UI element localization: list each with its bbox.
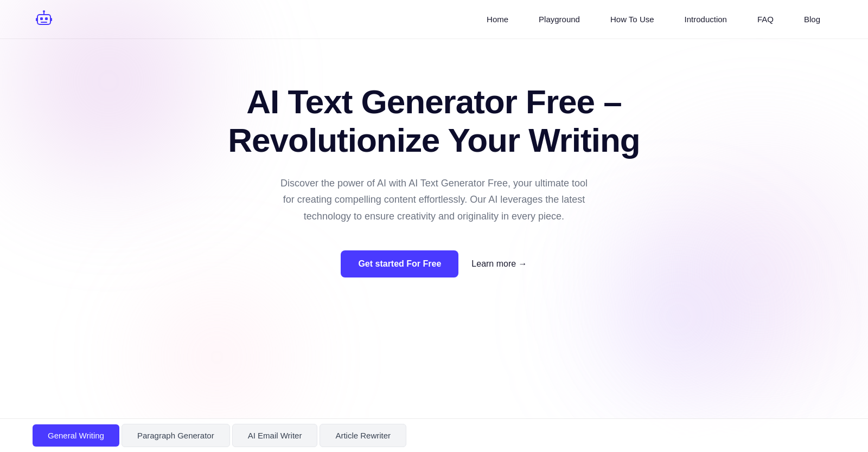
svg-rect-1 bbox=[40, 17, 43, 20]
tab-paragraph-generator[interactable]: Paragraph Generator bbox=[122, 424, 230, 447]
nav-link-playground[interactable]: Playground bbox=[524, 10, 595, 28]
nav-item-playground[interactable]: Playground bbox=[524, 10, 595, 28]
navbar: Home Playground How To Use Introduction … bbox=[0, 0, 868, 39]
logo[interactable] bbox=[33, 8, 55, 31]
tab-article-rewriter[interactable]: Article Rewriter bbox=[320, 424, 406, 447]
nav-item-blog[interactable]: Blog bbox=[789, 10, 835, 28]
svg-point-5 bbox=[43, 10, 45, 12]
nav-link-introduction[interactable]: Introduction bbox=[669, 10, 742, 28]
nav-link-how-to-use[interactable]: How To Use bbox=[595, 10, 669, 28]
nav-item-home[interactable]: Home bbox=[471, 10, 524, 28]
hero-section: AI Text Generator Free – Revolutionize Y… bbox=[0, 39, 868, 310]
svg-rect-2 bbox=[45, 17, 48, 20]
nav-links: Home Playground How To Use Introduction … bbox=[471, 10, 835, 28]
nav-item-faq[interactable]: FAQ bbox=[742, 10, 789, 28]
tab-bar: General Writing Paragraph Generator AI E… bbox=[0, 418, 868, 452]
svg-rect-3 bbox=[41, 22, 47, 23]
nav-item-how-to-use[interactable]: How To Use bbox=[595, 10, 669, 28]
get-started-button[interactable]: Get started For Free bbox=[341, 250, 458, 277]
svg-rect-0 bbox=[37, 15, 50, 24]
hero-title: AI Text Generator Free – Revolutionize Y… bbox=[217, 82, 651, 160]
tab-general-writing[interactable]: General Writing bbox=[33, 424, 119, 447]
nav-item-introduction[interactable]: Introduction bbox=[669, 10, 742, 28]
hero-subtitle: Discover the power of AI with AI Text Ge… bbox=[277, 175, 591, 225]
svg-rect-7 bbox=[50, 18, 52, 21]
hero-buttons: Get started For Free Learn more → bbox=[341, 250, 527, 277]
nav-link-faq[interactable]: FAQ bbox=[742, 10, 789, 28]
logo-icon bbox=[33, 8, 55, 31]
tab-ai-email-writer[interactable]: AI Email Writer bbox=[232, 424, 318, 447]
learn-more-button[interactable]: Learn more → bbox=[471, 259, 527, 269]
nav-link-home[interactable]: Home bbox=[471, 10, 524, 28]
svg-rect-6 bbox=[36, 18, 37, 21]
nav-link-blog[interactable]: Blog bbox=[789, 10, 835, 28]
